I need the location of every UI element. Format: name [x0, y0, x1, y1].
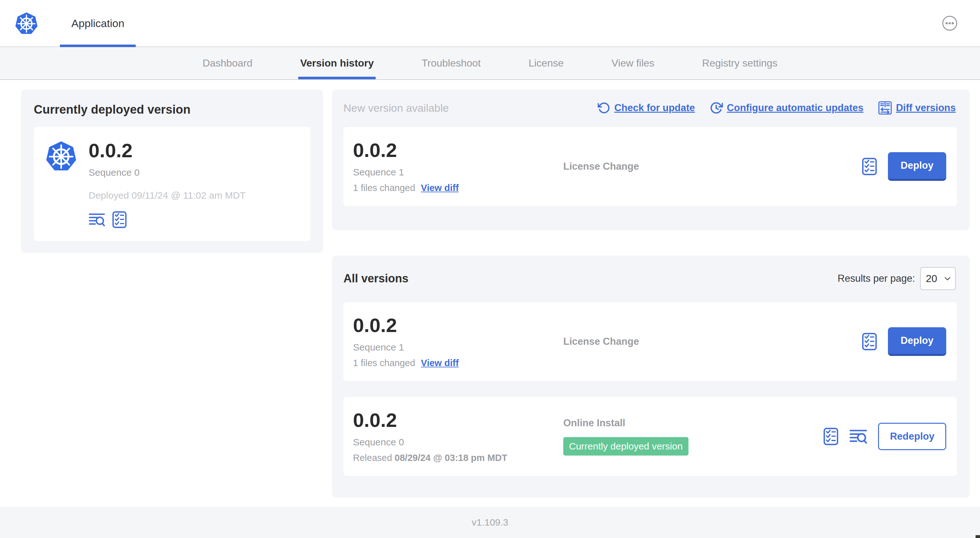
- screen-corner-artifact: [975, 535, 980, 538]
- configure-automatic-updates-link[interactable]: Configure automatic updates: [710, 101, 863, 114]
- tab-registry-settings-label: Registry settings: [702, 57, 778, 69]
- view-logs-icon[interactable]: [89, 212, 105, 227]
- row-version-number: 0.0.2: [353, 140, 563, 160]
- footer: v1.109.3: [0, 507, 980, 538]
- tab-active-underline: [298, 77, 375, 79]
- tab-version-history-label: Version history: [300, 57, 374, 69]
- preflight-checks-icon[interactable]: [823, 427, 838, 445]
- row-version-number: 0.0.2: [353, 410, 563, 430]
- deployed-timestamp: Deployed 09/11/24 @ 11:02 am MDT: [89, 190, 246, 201]
- new-version-title: New version available: [344, 102, 449, 114]
- row-source-label: License Change: [563, 161, 639, 172]
- files-changed-label: 1 files changed: [353, 183, 415, 193]
- preflight-checks-icon[interactable]: [862, 333, 877, 351]
- deployed-sequence: Sequence 0: [89, 167, 246, 178]
- preflight-checks-icon[interactable]: [862, 157, 877, 175]
- page-tabs: Dashboard Version history Troubleshoot L…: [0, 47, 980, 80]
- deployed-version-number: 0.0.2: [89, 140, 246, 161]
- view-diff-link[interactable]: View diff: [421, 183, 459, 193]
- diff-icon: [878, 101, 892, 115]
- row-sequence: Sequence 1: [353, 167, 563, 178]
- released-prefix: Released: [353, 453, 395, 463]
- right-column: New version available Check for update C…: [332, 89, 970, 498]
- main-content: Currently deployed version 0.0.2 Sequenc…: [0, 80, 980, 498]
- currently-deployed-card: 0.0.2 Sequence 0 Deployed 09/11/24 @ 11:…: [34, 127, 310, 241]
- new-version-section: New version available Check for update C…: [332, 89, 970, 230]
- all-versions-title: All versions: [344, 272, 409, 285]
- currently-deployed-panel: Currently deployed version 0.0.2 Sequenc…: [21, 89, 323, 253]
- app-tab-active-underline: [60, 44, 136, 47]
- check-for-update-link[interactable]: Check for update: [598, 102, 695, 114]
- deploy-button[interactable]: Deploy: [888, 152, 946, 181]
- tab-registry-settings[interactable]: Registry settings: [702, 47, 778, 79]
- app-icon: [45, 140, 77, 172]
- row-version-number: 0.0.2: [353, 315, 563, 335]
- row-source-label: Online Install: [563, 417, 625, 429]
- refresh-icon: [598, 102, 611, 114]
- new-version-row: 0.0.2 Sequence 1 1 files changed View di…: [344, 127, 957, 206]
- diff-versions-label: Diff versions: [896, 102, 956, 114]
- more-menu-icon[interactable]: [942, 15, 958, 31]
- view-diff-link[interactable]: View diff: [421, 358, 459, 368]
- view-logs-icon[interactable]: [850, 428, 867, 444]
- tab-license[interactable]: License: [528, 47, 563, 79]
- released-date: 08/29/24 @ 03:18 pm MDT: [395, 453, 508, 463]
- row-sequence: Sequence 1: [353, 342, 563, 353]
- tab-view-files[interactable]: View files: [611, 47, 654, 79]
- diff-versions-link[interactable]: Diff versions: [878, 101, 956, 115]
- row-sequence: Sequence 0: [353, 437, 563, 448]
- version-row: 0.0.2 Sequence 0 Released 08/29/24 @ 03:…: [344, 397, 957, 476]
- app-header: Application: [0, 0, 980, 47]
- chevron-down-icon: [944, 277, 951, 281]
- all-versions-section: All versions Results per page: 20 0.0.2 …: [332, 256, 970, 498]
- tab-dashboard-label: Dashboard: [203, 57, 253, 69]
- check-for-update-label: Check for update: [614, 102, 695, 114]
- console-version: v1.109.3: [471, 517, 508, 528]
- tab-version-history[interactable]: Version history: [300, 47, 374, 79]
- currently-deployed-badge: Currently deployed version: [563, 437, 689, 455]
- files-changed-label: 1 files changed: [353, 358, 415, 368]
- results-per-page-select[interactable]: 20: [920, 267, 956, 290]
- preflight-checks-icon[interactable]: [112, 211, 127, 228]
- configure-automatic-updates-label: Configure automatic updates: [727, 102, 863, 114]
- deploy-button[interactable]: Deploy: [888, 327, 946, 356]
- tab-troubleshoot-label: Troubleshoot: [422, 57, 481, 69]
- results-per-page-value: 20: [926, 273, 937, 285]
- tab-dashboard[interactable]: Dashboard: [203, 47, 253, 79]
- tab-license-label: License: [528, 57, 563, 69]
- tab-view-files-label: View files: [611, 57, 654, 69]
- scheduled-update-icon: [710, 101, 723, 114]
- app-tab-label: Application: [72, 17, 124, 30]
- row-released-timestamp: Released 08/29/24 @ 03:18 pm MDT: [353, 453, 563, 463]
- currently-deployed-title: Currently deployed version: [34, 103, 310, 116]
- app-tab[interactable]: Application: [60, 0, 136, 46]
- version-row: 0.0.2 Sequence 1 1 files changed View di…: [344, 302, 957, 381]
- results-per-page-label: Results per page:: [838, 273, 915, 284]
- redeploy-button[interactable]: Redeploy: [878, 423, 946, 450]
- tab-troubleshoot[interactable]: Troubleshoot: [422, 47, 481, 79]
- row-source-label: License Change: [563, 336, 639, 347]
- kubernetes-logo-icon: [14, 11, 39, 36]
